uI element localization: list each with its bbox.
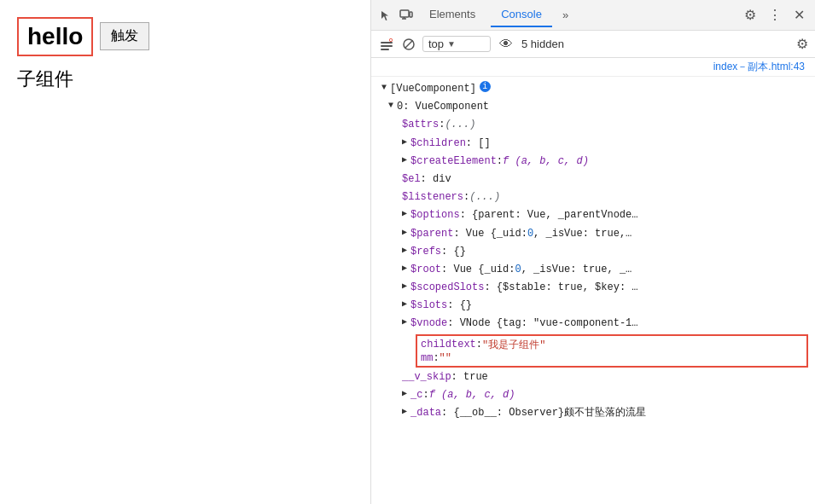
- context-selector[interactable]: top ▼: [422, 36, 491, 52]
- console-line-createelement[interactable]: ▶ $createElement : f (a, b, c, d): [371, 153, 815, 171]
- expand-root-icon[interactable]: ▶: [402, 262, 407, 275]
- el-colon: : div: [421, 171, 451, 188]
- childtext-colon: :: [476, 339, 482, 350]
- console-line-options[interactable]: ▶ $options : {parent: Vue, _parentVnode…: [371, 206, 815, 224]
- expand-ce-icon[interactable]: ▶: [402, 154, 407, 167]
- options-key: $options: [410, 207, 460, 223]
- tab-elements[interactable]: Elements: [419, 3, 486, 27]
- block-icon[interactable]: [400, 36, 417, 53]
- info-icon: i: [480, 81, 491, 92]
- svg-rect-4: [381, 42, 393, 43]
- devtools-panel: Elements Console » ⚙ ⋮ ✕: [371, 0, 815, 504]
- vnode-colon: : VNode {tag: "vue-component-1…: [447, 316, 637, 332]
- mm-val: "": [440, 352, 451, 364]
- expand-data-icon[interactable]: ▶: [402, 405, 407, 419]
- console-line-slots[interactable]: ▶ $slots : {}: [371, 297, 815, 315]
- trigger-button[interactable]: 触发: [100, 22, 149, 50]
- children-key: $children: [410, 136, 466, 152]
- svg-rect-6: [381, 49, 389, 50]
- console-line-refs[interactable]: ▶ $refs : {}: [371, 243, 815, 261]
- svg-line-11: [405, 40, 413, 48]
- console-settings-icon[interactable]: ⚙: [796, 36, 808, 52]
- highlighted-section: childtext : "我是子组件" mm : "": [416, 334, 808, 368]
- listeners-colon: :: [463, 189, 469, 206]
- context-value: top: [428, 38, 444, 50]
- parent-colon: : Vue {_uid:: [453, 226, 527, 242]
- console-line-parent[interactable]: ▶ $parent : Vue {_uid: 0 , _isVue: true,…: [371, 225, 815, 243]
- ce-val: f (a, b, c, d): [503, 154, 589, 170]
- root-key: $root: [410, 262, 441, 278]
- line-0-text: 0: VueComponent: [397, 99, 489, 115]
- expand-vnode-icon[interactable]: ▶: [402, 316, 407, 329]
- expand-options-icon[interactable]: ▶: [402, 207, 407, 221]
- children-colon: : []: [466, 136, 491, 152]
- expand-0-icon[interactable]: ▼: [388, 99, 393, 113]
- left-panel: hello 触发 子组件: [0, 0, 371, 504]
- settings-gear-icon[interactable]: ⚙: [741, 5, 760, 25]
- listeners-key: $listeners: [402, 189, 463, 206]
- expand-c-icon[interactable]: ▶: [402, 387, 407, 401]
- c-key: _c: [410, 387, 422, 403]
- close-icon[interactable]: ✕: [790, 5, 808, 25]
- childtext-key: childtext: [421, 339, 476, 350]
- parent-uid: 0: [527, 226, 533, 242]
- scoped-colon: : {$stable: true, $key: …: [484, 280, 637, 296]
- attrs-colon: :: [439, 117, 445, 133]
- devtools-header: Elements Console » ⚙ ⋮ ✕: [371, 0, 815, 31]
- console-line-0[interactable]: ▼ 0: VueComponent: [371, 98, 815, 116]
- more-tabs[interactable]: »: [557, 7, 573, 23]
- hello-text: hello: [27, 23, 83, 49]
- childtext-val: "我是子组件": [482, 338, 545, 352]
- expand-children-icon[interactable]: ▶: [402, 136, 407, 149]
- console-line-c[interactable]: ▶ _c : f (a, b, c, d): [371, 386, 815, 404]
- eye-icon[interactable]: 👁: [499, 37, 513, 52]
- expand-slots-icon[interactable]: ▶: [402, 298, 407, 311]
- attrs-key: $attrs: [402, 117, 439, 133]
- vnode-key: $vnode: [410, 316, 447, 332]
- console-line-vnode[interactable]: ▶ $vnode : VNode {tag: "vue-component-1…: [371, 315, 815, 333]
- svg-rect-1: [410, 12, 412, 17]
- cursor-icon[interactable]: [378, 8, 393, 23]
- expand-parent-icon[interactable]: ▶: [402, 226, 407, 240]
- hello-box: hello: [17, 17, 93, 56]
- data-key: _data: [410, 405, 441, 421]
- parent-key: $parent: [410, 226, 453, 242]
- device-icon[interactable]: [399, 8, 414, 23]
- console-line-listeners: $listeners : (...): [371, 188, 815, 206]
- console-line-root2[interactable]: ▶ $root : Vue {_uid: 0 , _isVue: true, _…: [371, 261, 815, 279]
- listeners-val: (...): [469, 189, 500, 206]
- expand-scoped-icon[interactable]: ▶: [402, 280, 407, 293]
- root-rest: , _isVue: true, _…: [521, 262, 632, 278]
- console-line-data[interactable]: ▶ _data : {__ob__: Observer}颇不甘坠落的流星: [371, 404, 815, 422]
- console-line-root[interactable]: ▼ [VueComponent] i: [371, 80, 815, 98]
- mm-key: mm: [421, 352, 433, 364]
- childtext-row: childtext : "我是子组件": [421, 338, 803, 352]
- ce-colon: :: [497, 154, 503, 170]
- console-line-attrs: $attrs : (...): [371, 116, 815, 134]
- expand-refs-icon[interactable]: ▶: [402, 244, 407, 258]
- console-line-children[interactable]: ▶ $children : []: [371, 135, 815, 153]
- devtools-toolbar: top ▼ 👁 5 hidden ⚙: [371, 31, 815, 58]
- console-line-vskip: __v_skip : true: [371, 368, 815, 386]
- vue-component-label: [VueComponent]: [390, 81, 476, 97]
- more-options-icon[interactable]: ⋮: [765, 5, 785, 25]
- console-line-el: $el : div: [371, 171, 815, 188]
- mm-colon: :: [433, 352, 439, 364]
- root-colon: : Vue {_uid:: [441, 262, 515, 278]
- root-uid: 0: [515, 262, 521, 278]
- file-reference[interactable]: index－副本.html:43: [371, 58, 815, 77]
- svg-rect-5: [381, 45, 393, 47]
- clear-console-icon[interactable]: [378, 36, 395, 53]
- console-line-scopedslots[interactable]: ▶ $scopedSlots : {$stable: true, $key: …: [371, 279, 815, 297]
- svg-rect-0: [400, 10, 409, 17]
- tab-console[interactable]: Console: [491, 3, 552, 27]
- el-key: $el: [402, 171, 421, 188]
- hidden-count: 5 hidden: [521, 38, 564, 50]
- vskip-colon: : true: [451, 369, 488, 385]
- scoped-key: $scopedSlots: [410, 280, 484, 296]
- attrs-val: (...): [445, 117, 475, 133]
- sub-component-label: 子组件: [17, 67, 353, 92]
- console-output: ▼ [VueComponent] i ▼ 0: VueComponent $at…: [371, 77, 815, 504]
- expand-icon[interactable]: ▼: [381, 81, 387, 95]
- mm-row: mm : "": [421, 352, 803, 364]
